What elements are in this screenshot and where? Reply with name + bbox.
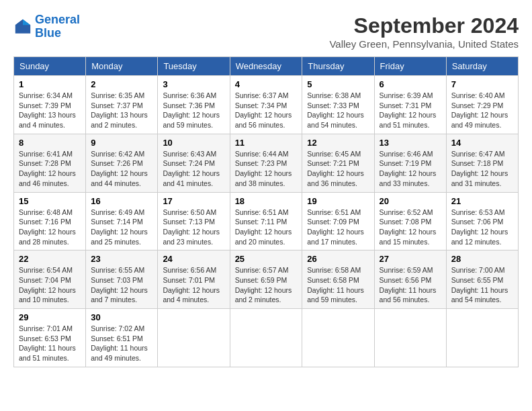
calendar-cell: 19Sunrise: 6:51 AM Sunset: 7:09 PM Dayli… bbox=[302, 192, 374, 250]
day-info: Sunrise: 6:46 AM Sunset: 7:19 PM Dayligh… bbox=[380, 149, 441, 189]
calendar-cell: 21Sunrise: 6:53 AM Sunset: 7:06 PM Dayli… bbox=[446, 192, 518, 250]
day-info: Sunrise: 6:48 AM Sunset: 7:16 PM Dayligh… bbox=[19, 208, 81, 247]
day-info: Sunrise: 6:50 AM Sunset: 7:13 PM Dayligh… bbox=[163, 208, 224, 247]
day-info: Sunrise: 6:52 AM Sunset: 7:08 PM Dayligh… bbox=[380, 208, 441, 247]
calendar-cell: 5Sunrise: 6:38 AM Sunset: 7:33 PM Daylig… bbox=[302, 76, 374, 134]
weekday-header-sunday: Sunday bbox=[14, 57, 86, 76]
day-info: Sunrise: 6:44 AM Sunset: 7:23 PM Dayligh… bbox=[235, 149, 298, 189]
calendar-cell: 26Sunrise: 6:58 AM Sunset: 6:58 PM Dayli… bbox=[302, 250, 374, 309]
calendar-cell: 15Sunrise: 6:48 AM Sunset: 7:16 PM Dayli… bbox=[14, 192, 86, 250]
calendar-cell: 13Sunrise: 6:46 AM Sunset: 7:19 PM Dayli… bbox=[374, 134, 446, 192]
logo-line1: General bbox=[35, 13, 80, 26]
day-number: 9 bbox=[91, 138, 152, 148]
weekday-header-monday: Monday bbox=[86, 57, 158, 76]
day-info: Sunrise: 6:58 AM Sunset: 6:58 PM Dayligh… bbox=[307, 265, 369, 305]
day-number: 24 bbox=[163, 254, 224, 264]
calendar-cell: 9Sunrise: 6:42 AM Sunset: 7:26 PM Daylig… bbox=[86, 134, 158, 192]
calendar-cell: 10Sunrise: 6:43 AM Sunset: 7:24 PM Dayli… bbox=[158, 134, 230, 192]
svg-marker-1 bbox=[23, 19, 30, 25]
day-info: Sunrise: 6:41 AM Sunset: 7:28 PM Dayligh… bbox=[19, 149, 81, 189]
day-number: 14 bbox=[451, 138, 513, 148]
week-row-3: 22Sunrise: 6:54 AM Sunset: 7:04 PM Dayli… bbox=[14, 250, 519, 309]
day-number: 7 bbox=[451, 79, 513, 89]
calendar-cell bbox=[230, 309, 302, 367]
day-number: 19 bbox=[307, 196, 369, 206]
weekday-header-friday: Friday bbox=[374, 57, 446, 76]
month-title: September 2024 bbox=[329, 13, 519, 38]
calendar-cell bbox=[158, 309, 230, 367]
calendar-cell: 23Sunrise: 6:55 AM Sunset: 7:03 PM Dayli… bbox=[86, 250, 158, 309]
calendar-cell: 29Sunrise: 7:01 AM Sunset: 6:53 PM Dayli… bbox=[14, 309, 86, 367]
day-info: Sunrise: 6:35 AM Sunset: 7:37 PM Dayligh… bbox=[91, 91, 152, 130]
calendar-cell: 6Sunrise: 6:39 AM Sunset: 7:31 PM Daylig… bbox=[374, 76, 446, 134]
day-number: 21 bbox=[451, 196, 513, 206]
day-number: 26 bbox=[307, 254, 369, 264]
calendar-cell: 4Sunrise: 6:37 AM Sunset: 7:34 PM Daylig… bbox=[230, 76, 302, 134]
day-number: 29 bbox=[19, 312, 81, 322]
day-number: 28 bbox=[451, 254, 513, 264]
calendar-cell: 3Sunrise: 6:36 AM Sunset: 7:36 PM Daylig… bbox=[158, 76, 230, 134]
calendar-cell: 8Sunrise: 6:41 AM Sunset: 7:28 PM Daylig… bbox=[14, 134, 86, 192]
calendar-cell: 17Sunrise: 6:50 AM Sunset: 7:13 PM Dayli… bbox=[158, 192, 230, 250]
day-number: 20 bbox=[380, 196, 441, 206]
day-number: 11 bbox=[235, 138, 298, 148]
calendar-cell: 22Sunrise: 6:54 AM Sunset: 7:04 PM Dayli… bbox=[14, 250, 86, 309]
day-number: 27 bbox=[380, 254, 441, 264]
calendar-cell: 11Sunrise: 6:44 AM Sunset: 7:23 PM Dayli… bbox=[230, 134, 302, 192]
calendar-cell: 14Sunrise: 6:47 AM Sunset: 7:18 PM Dayli… bbox=[446, 134, 518, 192]
header: General Blue September 2024 Valley Green… bbox=[13, 13, 519, 50]
title-section: September 2024 Valley Green, Pennsylvani… bbox=[329, 13, 519, 50]
day-info: Sunrise: 6:42 AM Sunset: 7:26 PM Dayligh… bbox=[91, 149, 152, 189]
day-number: 23 bbox=[91, 254, 152, 264]
day-number: 18 bbox=[235, 196, 298, 206]
day-info: Sunrise: 6:49 AM Sunset: 7:14 PM Dayligh… bbox=[91, 208, 152, 247]
calendar-cell: 1Sunrise: 6:34 AM Sunset: 7:39 PM Daylig… bbox=[14, 76, 86, 134]
calendar-cell: 12Sunrise: 6:45 AM Sunset: 7:21 PM Dayli… bbox=[302, 134, 374, 192]
day-number: 8 bbox=[19, 138, 81, 148]
day-number: 1 bbox=[19, 79, 81, 89]
day-number: 30 bbox=[91, 312, 152, 322]
day-info: Sunrise: 6:37 AM Sunset: 7:34 PM Dayligh… bbox=[235, 91, 298, 130]
week-row-4: 29Sunrise: 7:01 AM Sunset: 6:53 PM Dayli… bbox=[14, 309, 519, 367]
calendar-cell bbox=[374, 309, 446, 367]
week-row-2: 15Sunrise: 6:48 AM Sunset: 7:16 PM Dayli… bbox=[14, 192, 519, 250]
day-number: 25 bbox=[235, 254, 298, 264]
day-info: Sunrise: 6:40 AM Sunset: 7:29 PM Dayligh… bbox=[451, 91, 513, 130]
calendar-cell: 30Sunrise: 7:02 AM Sunset: 6:51 PM Dayli… bbox=[86, 309, 158, 367]
calendar-cell: 24Sunrise: 6:56 AM Sunset: 7:01 PM Dayli… bbox=[158, 250, 230, 309]
day-number: 15 bbox=[19, 196, 81, 206]
day-number: 3 bbox=[163, 79, 224, 89]
day-info: Sunrise: 6:54 AM Sunset: 7:04 PM Dayligh… bbox=[19, 265, 81, 305]
day-info: Sunrise: 6:55 AM Sunset: 7:03 PM Dayligh… bbox=[91, 265, 152, 305]
day-info: Sunrise: 6:59 AM Sunset: 6:56 PM Dayligh… bbox=[380, 265, 441, 305]
calendar-cell: 25Sunrise: 6:57 AM Sunset: 6:59 PM Dayli… bbox=[230, 250, 302, 309]
day-info: Sunrise: 6:53 AM Sunset: 7:06 PM Dayligh… bbox=[451, 208, 513, 247]
logo: General Blue bbox=[13, 13, 80, 40]
logo-text: General Blue bbox=[35, 13, 80, 40]
day-info: Sunrise: 7:02 AM Sunset: 6:51 PM Dayligh… bbox=[91, 324, 152, 363]
day-number: 2 bbox=[91, 79, 152, 89]
calendar-cell: 20Sunrise: 6:52 AM Sunset: 7:08 PM Dayli… bbox=[374, 192, 446, 250]
day-number: 17 bbox=[163, 196, 224, 206]
day-info: Sunrise: 6:45 AM Sunset: 7:21 PM Dayligh… bbox=[307, 149, 369, 189]
calendar-table: SundayMondayTuesdayWednesdayThursdayFrid… bbox=[13, 56, 519, 367]
week-row-0: 1Sunrise: 6:34 AM Sunset: 7:39 PM Daylig… bbox=[14, 76, 519, 134]
calendar-cell: 7Sunrise: 6:40 AM Sunset: 7:29 PM Daylig… bbox=[446, 76, 518, 134]
day-info: Sunrise: 6:56 AM Sunset: 7:01 PM Dayligh… bbox=[163, 265, 224, 305]
day-info: Sunrise: 6:47 AM Sunset: 7:18 PM Dayligh… bbox=[451, 149, 513, 189]
day-info: Sunrise: 6:51 AM Sunset: 7:11 PM Dayligh… bbox=[235, 208, 298, 247]
calendar-cell: 28Sunrise: 7:00 AM Sunset: 6:55 PM Dayli… bbox=[446, 250, 518, 309]
day-info: Sunrise: 6:39 AM Sunset: 7:31 PM Dayligh… bbox=[380, 91, 441, 130]
calendar-cell bbox=[302, 309, 374, 367]
day-number: 5 bbox=[307, 79, 369, 89]
calendar-cell bbox=[446, 309, 518, 367]
day-info: Sunrise: 7:00 AM Sunset: 6:55 PM Dayligh… bbox=[451, 265, 513, 305]
calendar-cell: 16Sunrise: 6:49 AM Sunset: 7:14 PM Dayli… bbox=[86, 192, 158, 250]
day-info: Sunrise: 6:38 AM Sunset: 7:33 PM Dayligh… bbox=[307, 91, 369, 130]
day-info: Sunrise: 6:57 AM Sunset: 6:59 PM Dayligh… bbox=[235, 265, 298, 305]
weekday-header-tuesday: Tuesday bbox=[158, 57, 230, 76]
weekday-header-thursday: Thursday bbox=[302, 57, 374, 76]
day-number: 16 bbox=[91, 196, 152, 206]
day-number: 22 bbox=[19, 254, 81, 264]
calendar-cell: 18Sunrise: 6:51 AM Sunset: 7:11 PM Dayli… bbox=[230, 192, 302, 250]
